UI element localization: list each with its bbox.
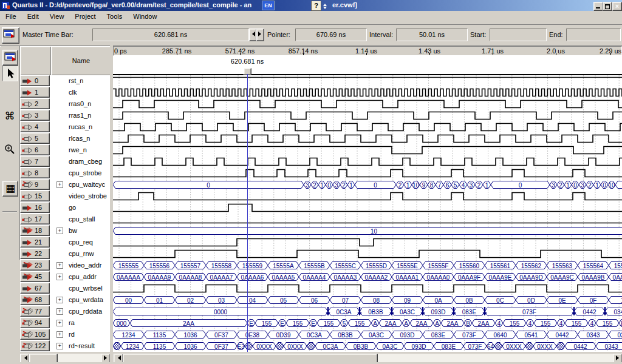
signal-row-button[interactable]: 3 [20, 110, 50, 121]
signal-row-button[interactable]: 17 [20, 214, 50, 224]
menu-item-window[interactable]: Window [128, 11, 162, 22]
svg-text:A: A [373, 320, 377, 327]
menu-item-project[interactable]: Project [69, 11, 101, 22]
wave-row-ra[interactable]: 0002AAE155E155E1555155A2AAA2AAA2AAB2AA41… [113, 320, 622, 327]
timeline-ruler[interactable]: 0 ps285.71 ns571.42 ns857.14 ns1.14 us1.… [113, 46, 622, 56]
expand-toggle-icon[interactable]: + [56, 343, 63, 349]
signal-row-button[interactable]: 77 [20, 306, 50, 317]
signal-name-cell[interactable]: +cpu_waitcyc [50, 179, 110, 190]
signal-row-button[interactable]: 4 [20, 121, 50, 132]
expand-toggle-icon[interactable]: + [56, 262, 63, 269]
signal-name-cell[interactable]: video_strobe [50, 190, 110, 202]
name-panel-hscrollbar[interactable] [20, 354, 110, 362]
expand-toggle-icon[interactable]: + [56, 181, 63, 188]
expand-toggle-icon[interactable]: + [56, 320, 63, 326]
signal-row-button[interactable]: 5 [20, 133, 50, 144]
signal-name-cell[interactable]: cpu_stall [50, 214, 110, 225]
master-time-bar-cursor-line[interactable] [247, 74, 248, 352]
signal-row-button[interactable]: 68 [20, 294, 50, 305]
signal-row-button[interactable]: 8 [20, 167, 50, 178]
signal-row-button[interactable]: 0 [20, 75, 50, 86]
restore-button[interactable] [603, 2, 612, 11]
expand-toggle-icon[interactable]: + [56, 228, 63, 234]
language-indicator-badge[interactable]: EN [262, 1, 275, 10]
signal-name-cell[interactable]: +cpu_wrdata [50, 294, 110, 306]
signal-name-cell[interactable]: cpu_wrbsel [50, 283, 110, 294]
signal-row-number: 94 [35, 319, 42, 326]
signal-name-cell[interactable]: rras0_n [50, 98, 110, 110]
signal-row-button[interactable]: 105 [20, 329, 50, 340]
waveform-hscrollbar[interactable] [114, 354, 622, 362]
signal-name-cell[interactable]: rras1_n [50, 110, 110, 121]
signal-row-button[interactable]: 94 [20, 317, 50, 328]
waveform-area[interactable]: 0321032102110987654321032103210100101555… [113, 75, 622, 352]
end-field[interactable] [566, 29, 621, 41]
signal-name-cell[interactable]: +cpu_rddata [50, 306, 110, 317]
menu-item-file[interactable]: File [0, 11, 22, 22]
wave-row-rd-result[interactable]: 1234113510360F37E30XXX0XXX0C3A0B3B0A3C09… [113, 343, 622, 350]
signal-name-label: cpu_stall [69, 215, 95, 223]
minimize-button[interactable] [593, 2, 603, 11]
signal-row-button[interactable]: 6 [20, 144, 50, 155]
signal-name-cell[interactable]: +ra [50, 317, 110, 329]
signal-name-cell[interactable]: rucas_n [50, 121, 110, 133]
time-bar-right-spinner[interactable] [256, 29, 264, 41]
wave-row-bw[interactable]: 10 [113, 228, 622, 235]
signal-row-button[interactable]: 23 [20, 260, 50, 271]
signal-name-cell[interactable]: rst_n [50, 75, 110, 87]
signal-name-cell[interactable]: cpu_req [50, 237, 110, 248]
signal-name-cell[interactable]: +video_addr [50, 260, 110, 271]
signal-row-button[interactable]: 9 [20, 179, 50, 190]
split-tool-icon[interactable]: ⌘ [2, 109, 17, 124]
signal-name-cell[interactable]: rlcas_n [50, 133, 110, 144]
signal-row-button[interactable]: 2 [20, 98, 50, 109]
signal-row-button[interactable]: 16 [20, 202, 50, 213]
signal-name-cell[interactable]: clk [50, 87, 110, 98]
expand-toggle-icon[interactable]: + [56, 308, 63, 315]
start-field[interactable] [490, 29, 547, 41]
cursor-band[interactable] [113, 56, 622, 75]
signal-name-cell[interactable]: cpu_rnw [50, 248, 110, 260]
signal-row-button[interactable]: 67 [20, 283, 50, 294]
signal-name-cell[interactable]: rwe_n [50, 144, 110, 156]
signal-name-cell[interactable]: +bw [50, 225, 110, 237]
signal-row-button[interactable]: 122 [20, 340, 50, 351]
signal-row-button[interactable]: 45 [20, 271, 50, 282]
signal-row-button[interactable]: 7 [20, 156, 50, 167]
signal-name-cell[interactable]: +rd [50, 329, 110, 340]
svg-text:0AAAAA: 0AAAAA [117, 274, 140, 281]
wave-row-cpu_rddata[interactable]: 00000C3A0B3B0A3C093D083E073F04420343 [113, 307, 622, 316]
signal-name-cell[interactable]: dram_cbeg [50, 156, 110, 167]
signal-row-button[interactable]: 15 [20, 190, 50, 201]
signal-name-cell[interactable]: +cpu_addr [50, 271, 110, 283]
language-bar-options-icon[interactable] [323, 2, 327, 11]
selection-tool-icon[interactable] [2, 66, 18, 81]
signal-name-cell[interactable]: cpu_strobe [50, 167, 110, 179]
master-time-bar-field[interactable]: 620.681 ns [92, 29, 249, 41]
expand-toggle-icon[interactable]: + [56, 297, 63, 303]
signal-name-cell[interactable]: +rd~result [50, 340, 110, 352]
signal-row-button[interactable]: 1 [20, 87, 50, 98]
menu-item-edit[interactable]: Edit [22, 11, 44, 22]
menu-item-tools[interactable]: Tools [101, 11, 128, 22]
expand-toggle-icon[interactable]: + [56, 331, 63, 338]
signal-row-button[interactable]: 22 [20, 248, 50, 259]
svg-text:2: 2 [588, 182, 592, 189]
svg-text:0000: 0000 [214, 309, 228, 315]
wave-row-cpu_waitcyc[interactable]: 0321032102110987654321032103210100 [113, 181, 622, 189]
expand-toggle-icon[interactable]: + [56, 274, 63, 280]
menu-item-view[interactable]: View [44, 11, 70, 22]
signal-name-cell[interactable]: go [50, 202, 110, 214]
grid-tool-icon[interactable]: ▦ [2, 181, 18, 197]
zoom-tool-icon[interactable] [2, 142, 17, 157]
start-label: Start: [470, 31, 486, 38]
help-icon[interactable]: ? [311, 1, 321, 11]
waveform-window-button[interactable] [2, 27, 19, 44]
interval-label: Interval: [369, 31, 393, 38]
svg-text:073F: 073F [522, 309, 536, 315]
output-pin-icon [22, 193, 33, 201]
close-button[interactable]: × [612, 2, 622, 11]
signal-row-button[interactable]: 21 [20, 237, 50, 248]
signal-row-button[interactable]: 18 [20, 225, 50, 236]
window-tool-icon[interactable] [2, 50, 18, 66]
